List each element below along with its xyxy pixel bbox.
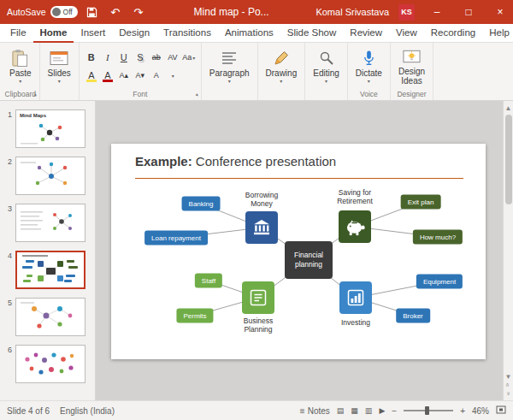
piggy-bank-icon[interactable] — [339, 210, 371, 243]
node-exit-plan[interactable]: Exit plan — [401, 195, 441, 210]
zoom-slider[interactable] — [404, 410, 453, 411]
normal-view-button[interactable]: ▤ — [337, 406, 345, 415]
change-case-button[interactable]: Aa▾ — [181, 50, 197, 65]
tab-slide-show[interactable]: Slide Show — [280, 24, 344, 43]
branch-label-business-planning[interactable]: Business Planning — [244, 316, 274, 334]
maximize-button[interactable]: □ — [456, 0, 481, 24]
zoom-in-button[interactable]: + — [460, 406, 465, 416]
slide-editing-area[interactable]: Example: Conference presentation — [111, 144, 486, 359]
editing-button[interactable]: Editing ▾ — [310, 47, 343, 86]
slide-thumbnail-graphic — [17, 252, 84, 287]
strikethrough-button[interactable]: ab — [149, 50, 164, 65]
zoom-percent[interactable]: 46% — [472, 406, 489, 416]
slideshow-button[interactable]: ▶ — [379, 406, 385, 415]
paragraph-button[interactable]: Paragraph ▾ — [206, 47, 253, 86]
scrollbar-thumb[interactable] — [505, 115, 512, 204]
fit-to-window-button[interactable] — [496, 405, 506, 416]
font-color-swatch — [103, 80, 113, 82]
bar-chart-icon[interactable] — [339, 281, 372, 314]
slides-button[interactable]: Slides ▾ — [44, 47, 74, 86]
slide-thumbnail-2[interactable]: 2 — [0, 157, 95, 195]
next-slide-button[interactable]: « — [504, 392, 512, 395]
vertical-scrollbar[interactable]: ▲ ▼ « « — [503, 101, 513, 400]
slide-thumbnail-4[interactable]: 4 — [0, 251, 95, 289]
caret-down-icon: ▾ — [325, 79, 327, 84]
drawing-button[interactable]: Drawing ▾ — [262, 47, 301, 86]
node-banking[interactable]: Banking — [182, 197, 221, 211]
ribbon-tab-bar: File Home Insert Design Transitions Anim… — [0, 24, 513, 43]
workspace: 1 Mind Maps 2 3 — [0, 101, 513, 400]
slide-thumbnail-graphic — [16, 204, 85, 241]
notes-icon: ≡ — [300, 406, 305, 416]
mindmap-center-node[interactable]: Financial planning — [285, 241, 333, 279]
avatar[interactable]: KS — [398, 4, 415, 21]
tab-review[interactable]: Review — [343, 24, 389, 43]
node-staff[interactable]: Staff — [195, 274, 222, 288]
slide-canvas[interactable]: Example: Conference presentation — [96, 101, 503, 400]
fit-to-window-icon — [496, 405, 506, 414]
underline-button[interactable]: U — [116, 50, 132, 65]
tab-recording[interactable]: Recording — [424, 24, 482, 43]
language-status[interactable]: English (India) — [60, 406, 115, 416]
slide-number: 4 — [3, 251, 12, 260]
tab-insert[interactable]: Insert — [74, 24, 112, 43]
previous-slide-button[interactable]: « — [504, 383, 512, 387]
slide-thumbnail-6[interactable]: 6 — [0, 345, 95, 383]
node-equipment[interactable]: Equipment — [416, 275, 463, 289]
branch-label-saving-for-retirement[interactable]: Saving for Retirement — [337, 188, 373, 205]
slide-number: 5 — [3, 298, 12, 307]
maximize-icon: □ — [465, 6, 471, 18]
notes-button[interactable]: ≡ Notes — [300, 406, 330, 416]
zoom-slider-thumb[interactable] — [425, 406, 429, 415]
tab-design[interactable]: Design — [112, 24, 156, 43]
branch-label-borrowing-money[interactable]: Borrowing Money — [245, 191, 278, 208]
italic-button[interactable]: I — [100, 50, 115, 65]
save-button[interactable] — [84, 3, 101, 21]
caret-down-icon: ▾ — [228, 79, 231, 84]
design-ideas-label: Design Ideas — [398, 67, 425, 86]
bank-icon[interactable] — [245, 211, 278, 244]
dictate-button[interactable]: Dictate ▾ — [352, 47, 386, 86]
node-permits[interactable]: Permits — [176, 309, 213, 323]
increase-font-size-button[interactable]: A▴ — [116, 68, 132, 83]
tab-home[interactable]: Home — [33, 24, 74, 43]
reading-view-button[interactable]: ▥ — [365, 406, 373, 415]
business-plan-icon[interactable] — [242, 281, 274, 314]
close-button[interactable]: × — [487, 0, 513, 24]
tab-transitions[interactable]: Transitions — [156, 24, 218, 43]
bold-button[interactable]: B — [84, 50, 99, 65]
slide-thumbnail-3[interactable]: 3 — [0, 204, 95, 242]
drawing-icon — [274, 49, 289, 68]
tab-view[interactable]: View — [389, 24, 424, 43]
slide-thumbnail-1[interactable]: 1 Mind Maps — [0, 109, 95, 148]
decrease-font-size-button[interactable]: A▾ — [133, 68, 148, 83]
text-highlight-button[interactable]: A — [84, 68, 99, 83]
autosave-control[interactable]: AutoSave Off — [7, 6, 78, 18]
paste-button[interactable]: Paste ▾ — [6, 47, 35, 86]
node-loan-repayment[interactable]: Loan repayment — [144, 231, 208, 245]
close-icon: × — [497, 6, 503, 18]
autosave-toggle[interactable]: Off — [50, 6, 78, 18]
minimize-button[interactable]: – — [424, 0, 450, 24]
clear-formatting-button[interactable]: A — [149, 68, 164, 83]
design-ideas-button[interactable]: Design Ideas — [395, 45, 428, 88]
slide-thumbnail-5[interactable]: 5 — [0, 298, 95, 336]
branch-label-investing[interactable]: Investing — [341, 318, 370, 327]
font-dropdown-button[interactable]: ▾ — [165, 68, 180, 83]
tab-file[interactable]: File — [3, 24, 33, 43]
tab-animations[interactable]: Animations — [218, 24, 280, 43]
font-color-button[interactable]: A — [100, 68, 115, 83]
scroll-down-arrow[interactable]: ▼ — [505, 372, 512, 381]
drawing-label: Drawing — [266, 68, 298, 78]
node-how-much[interactable]: How much? — [413, 230, 463, 245]
ribbon-group-slides: Slides ▾ — [40, 43, 80, 100]
undo-button[interactable]: ↶ — [107, 3, 124, 21]
zoom-out-button[interactable]: − — [392, 406, 397, 416]
slide-sorter-view-button[interactable]: ▦ — [351, 406, 358, 415]
character-spacing-button[interactable]: AV — [165, 50, 180, 65]
text-shadow-button[interactable]: S — [133, 50, 148, 65]
tab-help[interactable]: Help — [482, 24, 513, 43]
redo-button[interactable]: ↷ — [130, 3, 147, 21]
scroll-up-arrow[interactable]: ▲ — [505, 104, 512, 112]
node-broker[interactable]: Broker — [396, 309, 430, 323]
